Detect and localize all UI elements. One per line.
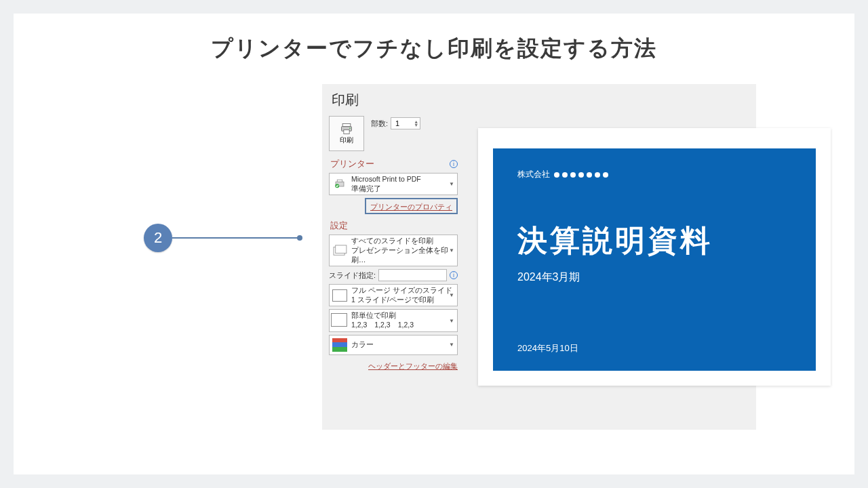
slide-spec-input[interactable] xyxy=(378,269,447,281)
placeholder-dots-icon xyxy=(554,172,608,178)
print-heading: 印刷 xyxy=(329,91,458,109)
info-icon[interactable]: i xyxy=(450,271,458,279)
chevron-down-icon: ▼ xyxy=(449,318,454,324)
info-icon[interactable]: i xyxy=(450,160,458,168)
company-name: 株式会社 xyxy=(517,169,795,180)
settings-section-label: 設定 xyxy=(330,220,458,232)
slide-preview: 株式会社 決算説明資料 2024年3月期 2024年5月10日 xyxy=(478,128,831,386)
print-button[interactable]: 印刷 xyxy=(329,116,364,151)
print-button-label: 印刷 xyxy=(340,136,353,145)
print-settings-pane: 印刷 印刷 部数: 1 xyxy=(329,91,458,423)
chevron-down-icon: ▼ xyxy=(449,247,454,253)
copies-label: 部数: xyxy=(371,119,388,129)
svg-rect-0 xyxy=(342,124,351,127)
printer-status: 準備完了 xyxy=(351,184,454,194)
svg-point-3 xyxy=(349,127,351,129)
copies-spinner[interactable]: ▲ ▼ xyxy=(414,120,418,127)
printer-properties-link[interactable]: プリンターのプロパティ xyxy=(370,203,452,211)
svg-rect-2 xyxy=(344,130,349,134)
svg-rect-5 xyxy=(337,180,342,182)
slides-icon xyxy=(332,243,347,258)
step-number-badge: 2 xyxy=(144,224,172,252)
slide-subtitle: 2024年3月期 xyxy=(517,270,795,285)
color-select[interactable]: カラー ▼ xyxy=(329,335,458,355)
copies-value: 1 xyxy=(395,119,399,127)
callout-connector xyxy=(172,237,301,239)
print-range-select[interactable]: すべてのスライドを印刷 プレゼンテーション全体を印刷… ▼ xyxy=(329,235,458,266)
slide-title: 決算説明資料 xyxy=(517,221,795,261)
printer-name: Microsoft Print to PDF xyxy=(351,175,454,184)
print-dialog-panel: 印刷 印刷 部数: 1 xyxy=(322,84,756,430)
svg-rect-8 xyxy=(336,245,347,253)
header-footer-link[interactable]: ヘッダーとフッターの編集 xyxy=(368,362,458,370)
chevron-down-icon[interactable]: ▼ xyxy=(414,123,418,127)
chevron-down-icon: ▼ xyxy=(449,181,454,187)
printer-section-label: プリンター i xyxy=(330,158,458,170)
layout-select[interactable]: フル ページ サイズのスライド 1 スライド/ページで印刷 ▼ xyxy=(329,284,458,306)
printer-select[interactable]: Microsoft Print to PDF 準備完了 ▼ xyxy=(329,173,458,195)
collate-icon xyxy=(332,313,347,328)
step-callout: 2 xyxy=(144,224,301,252)
copies-group: 部数: 1 ▲ ▼ xyxy=(371,117,420,129)
chevron-down-icon: ▼ xyxy=(449,342,454,348)
slide-date: 2024年5月10日 xyxy=(517,342,795,354)
printer-icon xyxy=(332,177,347,192)
collate-select[interactable]: 部単位で印刷 1,2,3 1,2,3 1,2,3 ▼ xyxy=(329,309,458,331)
copies-input[interactable]: 1 ▲ ▼ xyxy=(391,117,420,129)
chevron-down-icon: ▼ xyxy=(449,292,454,298)
page-icon xyxy=(332,288,347,303)
color-swatch-icon xyxy=(332,338,347,352)
printer-icon xyxy=(339,122,354,136)
page-title: プリンターでフチなし印刷を設定する方法 xyxy=(14,34,854,64)
print-preview: 株式会社 決算説明資料 2024年3月期 2024年5月10日 xyxy=(471,91,837,423)
slide-spec-label: スライド指定: xyxy=(329,270,376,281)
